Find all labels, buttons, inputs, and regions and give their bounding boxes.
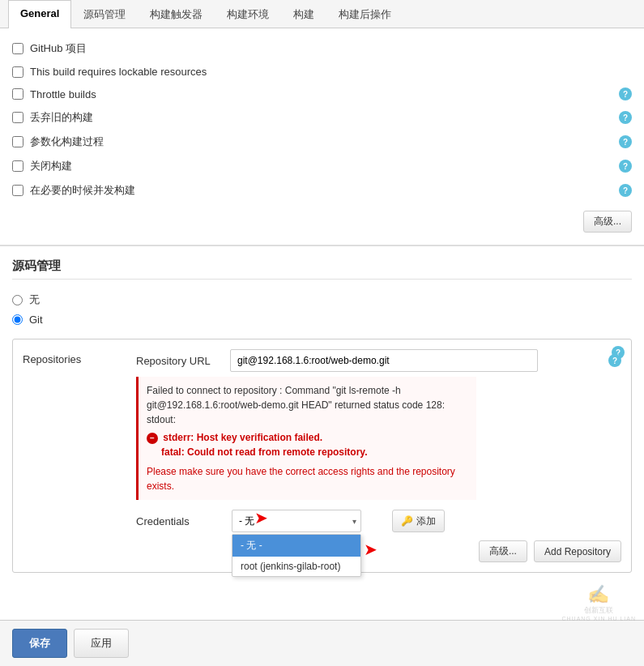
- watermark-text: 创新互联 CHUANG XIN HU LIAN: [561, 605, 636, 621]
- checkbox-discard-label[interactable]: 丢弃旧的构建: [30, 110, 612, 125]
- help-icon-throttle[interactable]: ?: [619, 88, 632, 100]
- checkbox-concurrent[interactable]: [12, 185, 23, 196]
- error-block: Failed to connect to repository : Comman…: [136, 377, 476, 500]
- key-icon: 🔑: [401, 515, 413, 527]
- arrow-pointer-add: ➤: [364, 540, 377, 559]
- checkbox-github[interactable]: [12, 43, 23, 54]
- credentials-select[interactable]: - 无 - root (jenkins-gilab-root): [232, 510, 361, 532]
- tab-scm[interactable]: 源码管理: [71, 0, 138, 28]
- error-text2: stdout:: [147, 412, 468, 427]
- help-icon-disable[interactable]: ?: [619, 160, 632, 173]
- radio-git[interactable]: [12, 314, 23, 325]
- tab-build-trigger[interactable]: 构建触发器: [138, 0, 215, 28]
- checkbox-row-discard: 丢弃旧的构建 ?: [12, 105, 632, 130]
- error-icon: −: [147, 433, 158, 444]
- checkbox-discard[interactable]: [12, 112, 23, 123]
- repo-url-input[interactable]: [230, 349, 538, 372]
- git-config-block: ? Repositories Repository URL ? Failed t…: [12, 339, 632, 573]
- repos-form-row: Repositories Repository URL ? Failed to …: [23, 349, 621, 532]
- checkbox-row-lockable: This build requires lockable resources: [12, 61, 632, 83]
- scm-title: 源码管理: [12, 258, 632, 280]
- checkbox-throttle-label[interactable]: Throttle builds: [30, 88, 612, 100]
- checkbox-row-disable: 关闭构建 ?: [12, 154, 632, 178]
- radio-git-label[interactable]: Git: [29, 314, 43, 326]
- error-text4: fatal: Could not read from remote reposi…: [161, 445, 468, 459]
- credentials-label: Credentials: [136, 515, 225, 527]
- repo-url-label: Repository URL: [136, 355, 225, 367]
- checkbox-row-throttle: Throttle builds ?: [12, 83, 632, 105]
- advanced-button[interactable]: 高级...: [583, 211, 632, 233]
- main-container: General 源码管理 构建触发器 构建环境 构建 构建后操作 GitHub …: [0, 0, 644, 666]
- tabs-bar: General 源码管理 构建触发器 构建环境 构建 构建后操作: [0, 0, 644, 28]
- help-icon-discard[interactable]: ?: [619, 111, 632, 124]
- credentials-select-wrap: - 无 - root (jenkins-gilab-root) ▾ - 无 - …: [232, 510, 361, 532]
- save-button[interactable]: 保存: [12, 629, 67, 658]
- repos-label: Repositories: [23, 349, 136, 365]
- general-section: GitHub 项目 This build requires lockable r…: [0, 28, 644, 246]
- checkbox-throttle[interactable]: [12, 88, 23, 100]
- help-icon-concurrent[interactable]: ?: [619, 184, 632, 197]
- checkbox-parameterized[interactable]: [12, 136, 23, 147]
- advanced-git-button[interactable]: 高级...: [479, 540, 527, 562]
- checkbox-disable[interactable]: [12, 160, 23, 172]
- checkbox-parameterized-label[interactable]: 参数化构建过程: [30, 134, 612, 149]
- error-text3: stderr: Host key verification failed.: [163, 432, 322, 443]
- arrow-pointer-root: ➤: [254, 509, 268, 527]
- apply-button[interactable]: 应用: [74, 629, 129, 658]
- checkbox-row-github: GitHub 项目: [12, 36, 632, 61]
- checkbox-row-concurrent: 在必要的时候并发构建 ?: [12, 178, 632, 203]
- tab-post-build[interactable]: 构建后操作: [326, 0, 403, 28]
- checkbox-concurrent-label[interactable]: 在必要的时候并发构建: [30, 183, 612, 198]
- dropdown-item-root[interactable]: root (jenkins-gilab-root): [232, 557, 360, 576]
- add-repository-button[interactable]: Add Repository: [534, 540, 621, 562]
- scm-section: 源码管理 无 Git ? Repositories Repository: [0, 246, 644, 585]
- watermark: ✍ 创新互联 CHUANG XIN HU LIAN: [561, 584, 636, 621]
- add-credential-label: 添加: [416, 514, 436, 528]
- tab-general[interactable]: General: [8, 0, 71, 28]
- add-credential-button[interactable]: 🔑 添加: [392, 510, 445, 532]
- checkbox-lockable-label[interactable]: This build requires lockable resources: [30, 66, 632, 78]
- tab-build-env[interactable]: 构建环境: [215, 0, 281, 28]
- checkbox-disable-label[interactable]: 关闭构建: [30, 159, 612, 173]
- radio-row-git: Git: [12, 310, 632, 329]
- checkbox-lockable[interactable]: [12, 66, 23, 78]
- radio-none-label[interactable]: 无: [29, 292, 40, 307]
- error-text5: Please make sure you have the correct ac…: [147, 464, 468, 493]
- bottom-bar: 保存 应用: [0, 620, 644, 666]
- checkbox-github-label[interactable]: GitHub 项目: [30, 41, 632, 56]
- credentials-dropdown: - 无 - root (jenkins-gilab-root): [232, 534, 361, 577]
- tab-build[interactable]: 构建: [281, 0, 326, 28]
- error-text1: Failed to connect to repository : Comman…: [147, 383, 468, 412]
- watermark-icon: ✍: [587, 584, 610, 605]
- radio-row-none: 无: [12, 289, 632, 310]
- help-icon-parameterized[interactable]: ?: [619, 135, 632, 148]
- dropdown-item-none[interactable]: - 无 -: [232, 535, 360, 557]
- repos-content: Repository URL ? Failed to connect to re…: [136, 349, 621, 532]
- radio-none[interactable]: [12, 295, 23, 305]
- help-icon-url[interactable]: ?: [608, 354, 621, 367]
- checkbox-row-parameterized: 参数化构建过程 ?: [12, 130, 632, 154]
